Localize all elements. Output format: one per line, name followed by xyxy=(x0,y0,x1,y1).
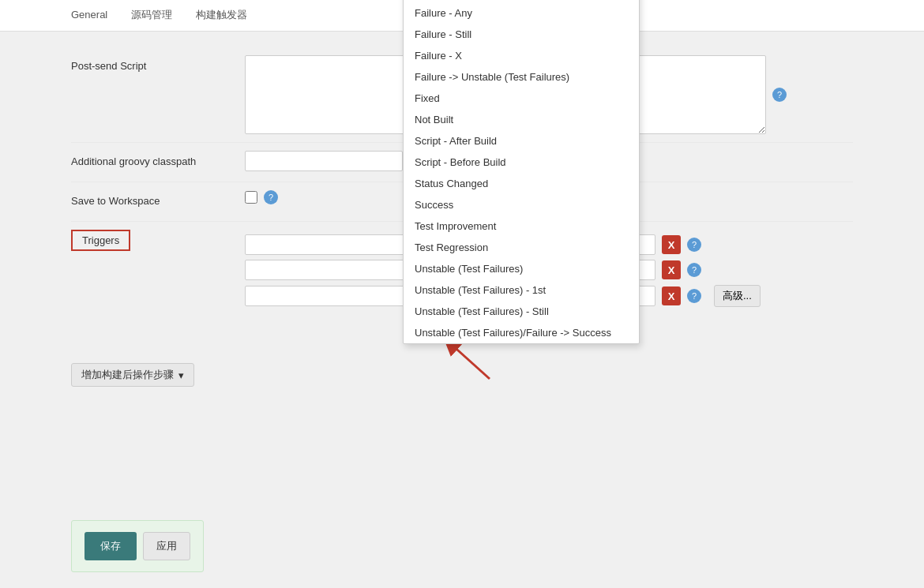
add-trigger-dropdown-menu: AbortedAlwaysBefore BuildFailure - 1stFa… xyxy=(403,0,640,344)
trigger-3-help-icon[interactable]: ? xyxy=(687,289,701,303)
add-build-step-text: 增加构建后操作步骤 xyxy=(81,368,174,382)
advanced-button[interactable]: 高级... xyxy=(714,285,761,307)
remove-trigger-btn-2[interactable]: X xyxy=(662,260,681,279)
triggers-content-area: X ? X ? X ? 高级... xyxy=(245,230,853,339)
triggers-section: Triggers X ? X ? X ? xyxy=(71,222,853,347)
additional-groovy-label: Additional groovy classpath xyxy=(71,151,245,167)
save-button[interactable]: 保存 xyxy=(85,532,137,560)
tab-source[interactable]: 源码管理 xyxy=(131,0,172,32)
svg-line-1 xyxy=(450,343,490,379)
dropdown-item-unstable-test-failures[interactable]: Unstable (Test Failures) xyxy=(404,258,639,279)
page-wrapper: General 源码管理 构建触发器 Post-send Script ? Ad… xyxy=(0,0,924,588)
action-row: 保存 应用 xyxy=(71,520,204,572)
dropdown-item-script---after-build[interactable]: Script - After Build xyxy=(404,130,639,152)
dropdown-item-script---before-build[interactable]: Script - Before Build xyxy=(404,152,639,173)
dropdown-item-test-regression[interactable]: Test Regression xyxy=(404,237,639,258)
dropdown-item-unstable-test-failuresfailure---success[interactable]: Unstable (Test Failures)/Failure -> Succ… xyxy=(404,322,639,343)
dropdown-item-failure---still[interactable]: Failure - Still xyxy=(404,24,639,45)
dropdown-item-unstable-test-failures---still[interactable]: Unstable (Test Failures) - Still xyxy=(404,301,639,322)
save-to-workspace-label: Save to Workspace xyxy=(71,190,245,207)
trigger-2-help-icon[interactable]: ? xyxy=(687,263,701,277)
tab-build-trigger[interactable]: 构建触发器 xyxy=(196,0,247,32)
dropdown-item-failure---x[interactable]: Failure - X xyxy=(404,45,639,66)
remove-trigger-btn-1[interactable]: X xyxy=(662,235,681,254)
apply-button[interactable]: 应用 xyxy=(143,532,190,560)
post-send-script-label: Post-send Script xyxy=(71,55,245,72)
add-trigger-container: Add Trigger ▾ AbortedAlwaysBefore BuildF… xyxy=(419,318,853,339)
remove-trigger-btn-3[interactable]: X xyxy=(662,287,681,305)
save-to-workspace-checkbox[interactable] xyxy=(245,191,257,204)
dropdown-item-failure---unstable-test-failures[interactable]: Failure -> Unstable (Test Failures) xyxy=(404,66,639,88)
tab-general[interactable]: General xyxy=(71,1,107,30)
post-send-script-help-icon[interactable]: ? xyxy=(772,88,787,102)
dropdown-item-test-improvement[interactable]: Test Improvement xyxy=(404,215,639,237)
triggers-label: Triggers xyxy=(71,230,130,251)
dropdown-item-not-built[interactable]: Not Built xyxy=(404,109,639,130)
additional-groovy-input[interactable] xyxy=(245,151,403,171)
dropdown-item-status-changed[interactable]: Status Changed xyxy=(404,173,639,194)
add-build-step-button[interactable]: 增加构建后操作步骤 ▾ xyxy=(71,363,194,387)
dropdown-item-success[interactable]: Success xyxy=(404,194,639,215)
save-to-workspace-help-icon[interactable]: ? xyxy=(264,190,278,204)
triggers-label-area: Triggers xyxy=(71,230,245,339)
dropdown-item-unstable-test-failures---1st[interactable]: Unstable (Test Failures) - 1st xyxy=(404,279,639,301)
add-build-step-arrow: ▾ xyxy=(178,369,184,381)
dropdown-item-fixed[interactable]: Fixed xyxy=(404,88,639,109)
dropdown-item-failure---any[interactable]: Failure - Any xyxy=(404,2,639,24)
main-content: Post-send Script ? Additional groovy cla… xyxy=(0,32,924,387)
trigger-1-help-icon[interactable]: ? xyxy=(687,238,701,252)
